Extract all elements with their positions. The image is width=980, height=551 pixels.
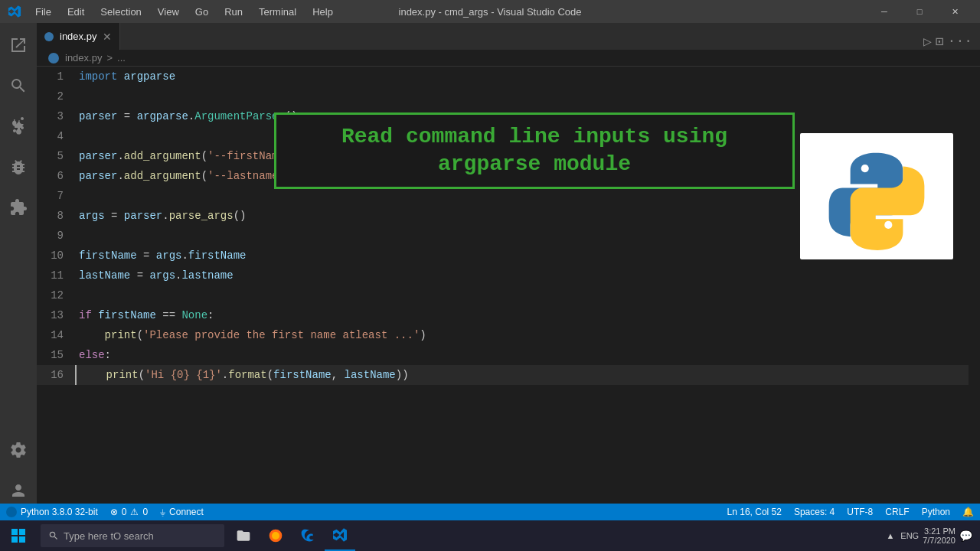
menu-go[interactable]: Go bbox=[189, 6, 214, 18]
line-content-13: if firstName == None: bbox=[75, 305, 969, 325]
sys-tray-icons: ▲ ENG bbox=[886, 531, 919, 540]
taskbar-search[interactable]: Type here tO search bbox=[41, 524, 224, 547]
menu-file[interactable]: File bbox=[29, 6, 57, 18]
line-num-15: 15 bbox=[37, 345, 75, 365]
menu-selection[interactable]: Selection bbox=[94, 6, 147, 18]
titlebar-menu: File Edit Selection View Go Run Terminal… bbox=[29, 6, 339, 18]
taskbar-edge[interactable] bbox=[292, 520, 323, 551]
cursor-position-status[interactable]: Ln 16, Col 52 bbox=[721, 504, 788, 520]
line-num-2: 2 bbox=[37, 86, 75, 106]
encoding-status[interactable]: UTF-8 bbox=[841, 504, 879, 520]
activity-search[interactable] bbox=[0, 67, 37, 104]
line-num-8: 8 bbox=[37, 206, 75, 226]
activity-settings[interactable] bbox=[0, 432, 37, 468]
svg-point-1 bbox=[48, 53, 59, 64]
line-content-16: print('Hi {0} {1}'.format(firstName, las… bbox=[75, 365, 969, 385]
errors-status[interactable]: ⊗ 0 ⚠ 0 bbox=[104, 504, 154, 520]
activity-extensions[interactable] bbox=[0, 189, 37, 226]
minimize-button[interactable]: ─ bbox=[867, 0, 902, 23]
menu-terminal[interactable]: Terminal bbox=[253, 6, 302, 18]
warning-icon: ⚠ bbox=[130, 507, 139, 517]
spaces-status[interactable]: Spaces: 4 bbox=[788, 504, 841, 520]
banner-text: Read command line inputs using argparse … bbox=[341, 123, 727, 179]
breadcrumb-sep: > bbox=[106, 52, 113, 64]
activity-explorer[interactable] bbox=[0, 27, 37, 64]
maximize-button[interactable]: □ bbox=[902, 0, 937, 23]
run-icon[interactable]: ▷ bbox=[923, 33, 932, 50]
activity-source-control[interactable] bbox=[0, 108, 37, 145]
svg-rect-5 bbox=[11, 529, 18, 535]
file-explorer-icon bbox=[236, 528, 251, 543]
python-version-label: Python 3.8.0 32-bit bbox=[21, 507, 98, 517]
warning-count: 0 bbox=[142, 507, 148, 517]
python-version-status[interactable]: Python 3.8.0 32-bit bbox=[0, 504, 104, 520]
banner-line2: argparse module bbox=[341, 151, 727, 178]
line-content-1: import argparse bbox=[75, 67, 969, 86]
tab-close-button[interactable]: ✕ bbox=[103, 31, 112, 43]
connect-label: Connect bbox=[169, 507, 204, 517]
python-file-breadcrumb-icon bbox=[48, 53, 59, 64]
line-num-9: 9 bbox=[37, 226, 75, 246]
spaces-label: Spaces: 4 bbox=[794, 507, 835, 517]
activity-run-debug[interactable] bbox=[0, 148, 37, 185]
code-line-12: 12 bbox=[37, 285, 969, 305]
taskbar-vscode-icon bbox=[332, 527, 348, 543]
error-icon: ⊗ bbox=[110, 507, 118, 517]
line-content-14: print('Please provide the first name atl… bbox=[75, 325, 969, 345]
windows-logo-icon bbox=[11, 528, 26, 543]
encoding-label: UTF-8 bbox=[847, 507, 873, 517]
code-line-15: 15 else: bbox=[37, 345, 969, 365]
python-status-icon bbox=[6, 507, 17, 517]
code-line-16: 16 print('Hi {0} {1}'.format(firstName, … bbox=[37, 365, 969, 385]
line-num-5: 5 bbox=[37, 146, 75, 166]
breadcrumb-file[interactable]: index.py bbox=[65, 52, 102, 64]
time-display: 3:21 PM bbox=[923, 527, 956, 536]
tab-actions: ▷ ⊡ ··· bbox=[923, 33, 980, 50]
error-count: 0 bbox=[122, 507, 127, 517]
breadcrumb-more[interactable]: ... bbox=[117, 52, 126, 64]
language-label: Python bbox=[922, 507, 950, 517]
python-logo-svg bbox=[815, 143, 938, 250]
code-line-2: 2 bbox=[37, 86, 969, 106]
language-mode-status[interactable]: Python bbox=[916, 504, 956, 520]
more-actions-icon[interactable]: ··· bbox=[948, 34, 972, 49]
taskbar-explorer[interactable] bbox=[228, 520, 259, 551]
lang-indicator[interactable]: ENG bbox=[900, 531, 919, 540]
menu-run[interactable]: Run bbox=[218, 6, 249, 18]
tab-label: index.py bbox=[60, 31, 96, 42]
line-num-12: 12 bbox=[37, 285, 75, 305]
svg-rect-8 bbox=[19, 536, 25, 543]
notification-center[interactable]: 💬 bbox=[959, 530, 972, 542]
tutorial-banner: Read command line inputs using argparse … bbox=[274, 112, 795, 189]
line-num-3: 3 bbox=[37, 106, 75, 126]
line-ending-status[interactable]: CRLF bbox=[879, 504, 915, 520]
menu-help[interactable]: Help bbox=[306, 6, 339, 18]
line-num-10: 10 bbox=[37, 246, 75, 266]
line-num-13: 13 bbox=[37, 305, 75, 325]
notifications-status[interactable]: 🔔 bbox=[956, 504, 980, 520]
line-num-11: 11 bbox=[37, 266, 75, 285]
menu-edit[interactable]: Edit bbox=[61, 6, 90, 18]
clock-display[interactable]: 3:21 PM 7/7/2020 bbox=[923, 527, 956, 545]
taskbar-browser[interactable] bbox=[260, 520, 291, 551]
start-button[interactable] bbox=[0, 520, 37, 551]
connect-status[interactable]: ⏚ Connect bbox=[154, 504, 210, 520]
windows-taskbar: Type here tO search bbox=[0, 520, 980, 551]
taskbar-vscode[interactable] bbox=[325, 520, 355, 551]
tab-index-py[interactable]: index.py ✕ bbox=[37, 23, 120, 50]
browser-icon bbox=[268, 528, 283, 543]
system-tray: ▲ ENG 3:21 PM 7/7/2020 💬 bbox=[886, 527, 980, 545]
vscode-logo-icon bbox=[8, 5, 21, 18]
bell-icon: 🔔 bbox=[962, 507, 974, 517]
window-title: index.py - cmd_args - Visual Studio Code bbox=[399, 6, 582, 18]
close-button[interactable]: ✕ bbox=[937, 0, 972, 23]
svg-point-3 bbox=[884, 220, 892, 228]
cursor-position-label: Ln 16, Col 52 bbox=[727, 507, 782, 517]
svg-point-4 bbox=[6, 507, 17, 517]
svg-rect-6 bbox=[19, 529, 25, 535]
taskbar-icons bbox=[228, 520, 355, 551]
split-editor-icon[interactable]: ⊡ bbox=[936, 33, 944, 50]
menu-view[interactable]: View bbox=[152, 6, 185, 18]
editor[interactable]: Read command line inputs using argparse … bbox=[37, 67, 969, 504]
python-file-icon bbox=[44, 32, 54, 41]
